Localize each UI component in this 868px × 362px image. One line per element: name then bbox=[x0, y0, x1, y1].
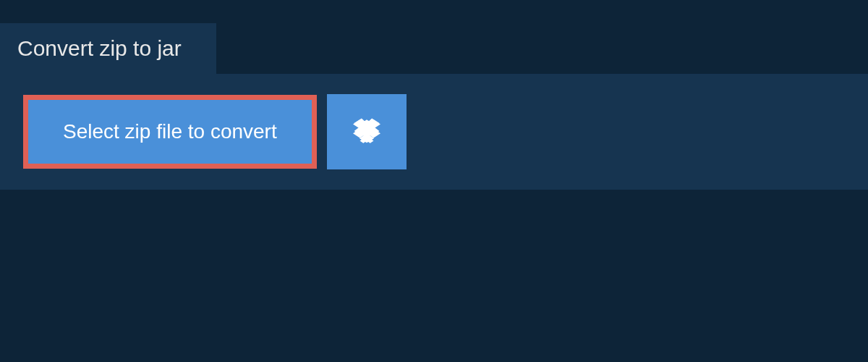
dropbox-icon bbox=[353, 117, 380, 147]
tab-strip: Convert zip to jar bbox=[0, 0, 868, 74]
dropbox-upload-button[interactable] bbox=[327, 94, 407, 169]
tab-label: Convert zip to jar bbox=[17, 36, 182, 60]
select-file-highlight: Select zip file to convert bbox=[23, 95, 317, 169]
converter-panel: Select zip file to convert bbox=[0, 74, 868, 190]
select-file-label: Select zip file to convert bbox=[63, 120, 277, 143]
select-file-button[interactable]: Select zip file to convert bbox=[28, 100, 312, 164]
tab-convert-zip-to-jar[interactable]: Convert zip to jar bbox=[0, 23, 216, 74]
